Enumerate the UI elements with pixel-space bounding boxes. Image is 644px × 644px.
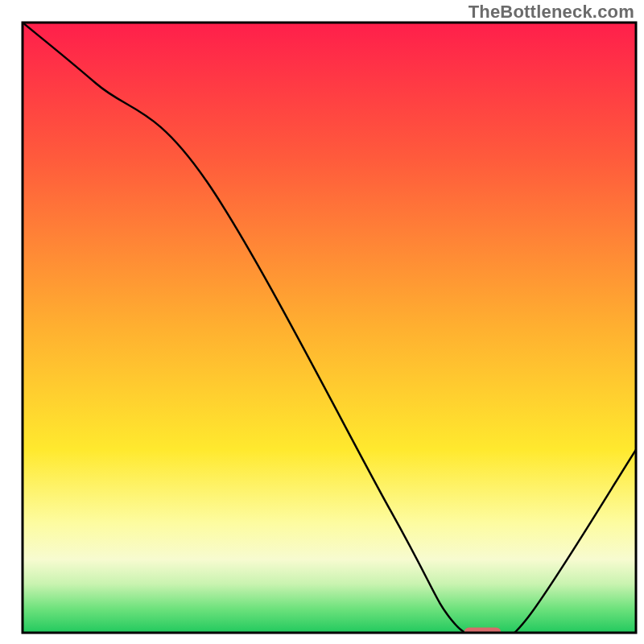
bottleneck-chart (0, 0, 644, 644)
plot-area (23, 23, 636, 639)
gradient-background (23, 23, 636, 633)
watermark-text: TheBottleneck.com (469, 2, 634, 23)
